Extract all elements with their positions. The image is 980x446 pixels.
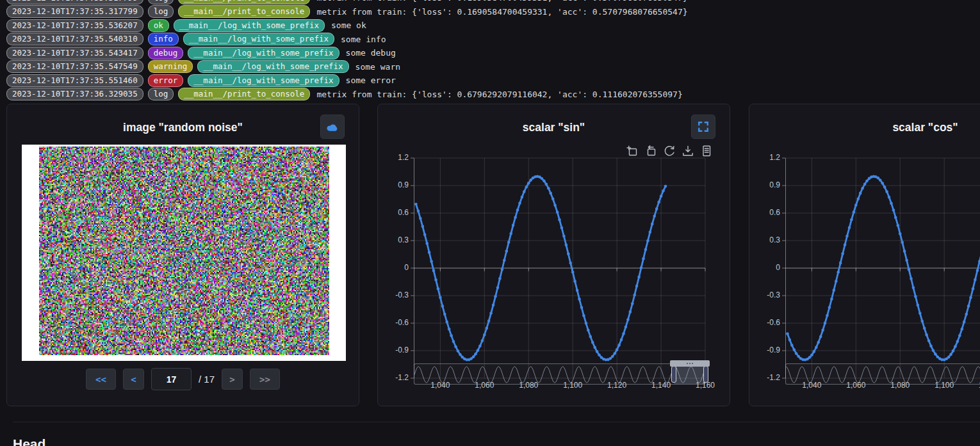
y-axis-tick-label: -0.6	[749, 318, 780, 327]
image-figure	[22, 145, 346, 361]
log-timestamp: 2023-12-10T17:37:35.317799	[6, 0, 143, 4]
scalar-cos-card: scalar "cos" 1.20.90.60.3	[749, 104, 980, 406]
log-module-badge: __main__/print_to_console	[178, 0, 310, 4]
y-axis-tick-label: 0	[749, 263, 780, 272]
restore-icon[interactable]	[664, 145, 675, 157]
log-message: some info	[341, 35, 386, 44]
zoom-undo-icon[interactable]	[645, 145, 657, 157]
log-level-badge: info	[148, 33, 179, 45]
y-axis-tick-label: -1.2	[378, 373, 409, 382]
y-axis-tick-label: 1.2	[749, 153, 780, 162]
log-timestamp: 2023-12-10T17:37:35.551460	[6, 74, 143, 87]
data-view-icon[interactable]	[701, 145, 712, 157]
y-axis-tick-label: -0.3	[749, 291, 780, 299]
x-axis-tick-label: 1,100	[927, 381, 961, 390]
y-axis-tick-label: 0.9	[378, 180, 409, 189]
x-axis-tick-label: 1,060	[468, 381, 501, 390]
log-row: 2023-12-10T17:37:35.317799 log __main__/…	[6, 0, 980, 5]
log-message: metrix from train: {'loss': 0.6796292079…	[316, 90, 682, 99]
area-zoom-icon[interactable]	[626, 145, 638, 157]
cloud-icon	[326, 122, 339, 132]
last-page-button[interactable]: >>	[250, 369, 280, 390]
log-row: 2023-12-10T17:37:35.551460 error __main_…	[6, 74, 980, 88]
log-message: some error	[346, 76, 396, 85]
log-row: 2023-12-10T17:37:35.547549 warning __mai…	[6, 60, 980, 74]
log-module-badge: __main__/print_to_console	[178, 5, 310, 18]
prev-page-button[interactable]: <	[123, 369, 144, 390]
first-page-button[interactable]: <<	[86, 369, 116, 390]
line-chart	[785, 158, 980, 378]
y-axis-tick-label: 0	[378, 263, 409, 272]
next-page-button[interactable]: >	[222, 369, 243, 390]
y-axis-tick-label: 0.9	[749, 180, 780, 189]
log-level-badge: debug	[148, 47, 184, 60]
log-message: metrix from train: {'loss': 0.1690584700…	[316, 0, 687, 3]
log-timestamp: 2023-12-10T17:37:35.540310	[6, 33, 143, 45]
log-row: 2023-12-10T17:37:35.543417 debug __main_…	[6, 46, 980, 60]
image-card: image "random noise" << < / 17 > >>	[6, 104, 359, 406]
log-module-badge: __main__/log_with_some_prefix	[188, 47, 339, 60]
x-axis-tick-label: 1,160	[689, 381, 722, 390]
section-divider	[13, 422, 980, 422]
chart-toolbox	[626, 145, 712, 157]
x-axis-tick-label: 1,080	[883, 381, 917, 390]
scalar-sin-card: scalar "sin" 1.20.90.60.3	[377, 104, 730, 406]
datazoom-move-handle[interactable]	[670, 360, 710, 367]
log-row: 2023-12-10T17:37:35.540310 info __main__…	[6, 33, 980, 47]
y-axis-tick-label: -0.3	[378, 291, 409, 299]
log-timestamp: 2023-12-10T17:37:35.536207	[6, 19, 143, 32]
line-chart	[414, 158, 705, 378]
log-console: 2023-12-10T17:37:35.317799 log __main__/…	[6, 0, 980, 103]
app-root: 2023-12-10T17:37:35.317799 log __main__/…	[0, 0, 980, 446]
x-axis-tick-label: 1,040	[423, 381, 457, 390]
log-level-badge: log	[148, 88, 174, 100]
y-axis-tick-label: 0.3	[749, 235, 780, 244]
y-axis-tick-label: 0.3	[378, 235, 409, 244]
fullscreen-button[interactable]	[691, 115, 715, 139]
y-axis-tick-label: -1.2	[749, 373, 780, 382]
y-axis-tick-label: 1.2	[378, 153, 409, 162]
log-timestamp: 2023-12-10T17:37:36.329035	[6, 88, 143, 100]
y-axis-tick-label: -0.9	[749, 346, 780, 354]
log-module-badge: __main__/log_with_some_prefix	[197, 60, 348, 73]
y-axis-tick-label: -0.9	[378, 346, 409, 354]
log-timestamp: 2023-12-10T17:37:35.547549	[6, 60, 143, 73]
x-axis-tick-label: 1,140	[644, 381, 678, 390]
x-axis-tick-label: 1,100	[556, 381, 589, 390]
log-level-badge: warning	[148, 60, 193, 73]
log-message: metrix from train: {'loss': 0.1690584700…	[316, 7, 687, 17]
y-axis-tick-label: 0.6	[378, 208, 409, 217]
chart-title: scalar "sin"	[378, 121, 730, 134]
x-axis-tick-label: 1,120	[600, 381, 633, 390]
x-axis-tick-label: 1,080	[512, 381, 545, 390]
x-axis-tick-label: 1,060	[839, 381, 872, 390]
log-row: 2023-12-10T17:37:36.329035 log __main__/…	[6, 88, 980, 102]
x-axis-tick-label: 1,120	[972, 381, 980, 390]
log-module-badge: __main__/print_to_console	[178, 88, 310, 100]
log-module-badge: __main__/log_with_some_prefix	[188, 74, 339, 87]
noise-image	[39, 147, 329, 355]
chart-title: scalar "cos"	[749, 121, 980, 134]
save-image-icon[interactable]	[682, 145, 694, 157]
x-axis-tick-label: 1,040	[795, 381, 828, 390]
log-level-badge: log	[148, 5, 174, 18]
log-message: some warn	[355, 62, 400, 72]
log-level-badge: error	[148, 74, 184, 87]
log-timestamp: 2023-12-10T17:37:35.317799	[6, 5, 143, 18]
cloud-download-button[interactable]	[320, 115, 345, 139]
page-total-label: / 17	[199, 374, 215, 385]
log-row: 2023-12-10T17:37:35.536207 ok __main__/l…	[6, 19, 980, 33]
y-axis-tick-label: -0.6	[378, 318, 409, 327]
log-timestamp: 2023-12-10T17:37:35.543417	[6, 47, 143, 60]
page-number-input[interactable]	[151, 368, 192, 390]
image-card-title: image "random noise"	[7, 121, 359, 134]
log-level-badge: log	[148, 0, 174, 4]
log-module-badge: __main__/log_with_some_prefix	[174, 19, 325, 32]
log-level-badge: ok	[148, 19, 169, 32]
y-axis-tick-label: 0.6	[749, 208, 780, 217]
log-message: some ok	[331, 20, 366, 30]
next-section-heading: Head	[13, 436, 45, 446]
log-module-badge: __main__/log_with_some_prefix	[183, 33, 334, 45]
fullscreen-icon	[698, 121, 709, 132]
image-pager: << < / 17 > >>	[7, 368, 359, 390]
